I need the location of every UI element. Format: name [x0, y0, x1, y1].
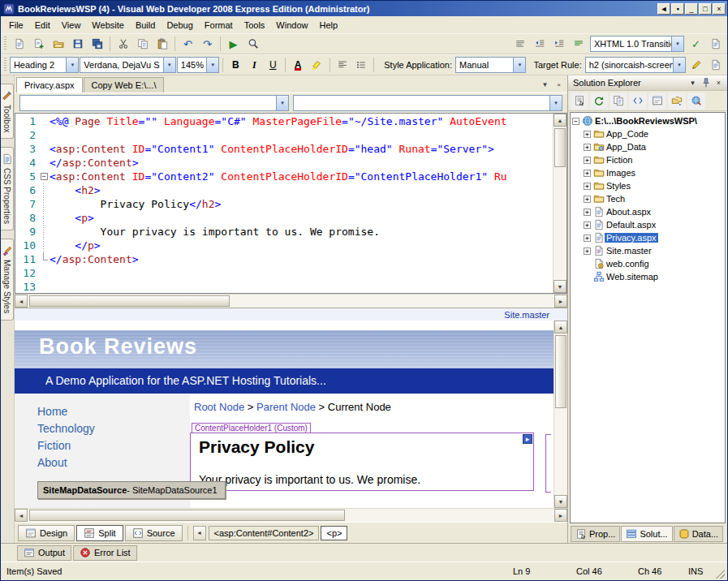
- scrollbar-thumb[interactable]: [555, 335, 566, 408]
- design-surface[interactable]: Book Reviews A Demo Application for the …: [15, 321, 554, 508]
- master-page-label[interactable]: Site.master: [504, 310, 549, 320]
- paste-button[interactable]: [153, 35, 171, 53]
- scrollbar-thumb[interactable]: [554, 128, 566, 167]
- source-code-editor[interactable]: 1<%@ Page Title="" Language="C#" MasterP…: [15, 113, 567, 294]
- bold-button[interactable]: B: [226, 56, 244, 74]
- minimize-button[interactable]: _: [685, 3, 698, 15]
- save-all-button[interactable]: [88, 35, 106, 53]
- design-nav-link-fiction[interactable]: Fiction: [15, 437, 190, 454]
- smart-tag-arrow-icon[interactable]: ▸: [523, 434, 532, 444]
- breadcrumb-link-parent-node[interactable]: Parent Node: [256, 401, 316, 413]
- cut-button[interactable]: [114, 35, 132, 53]
- expand-icon[interactable]: +: [584, 235, 591, 242]
- menu-edit[interactable]: Edit: [29, 16, 56, 33]
- expand-icon[interactable]: +: [584, 183, 591, 190]
- toolbar-grip[interactable]: [4, 58, 6, 72]
- font-combobox[interactable]: Verdana, DejaVu S ▼: [80, 57, 175, 73]
- expand-icon[interactable]: +: [584, 196, 591, 203]
- site-title[interactable]: Book Reviews: [15, 330, 554, 359]
- panel-tab-data[interactable]: Data...: [674, 526, 723, 542]
- tree-item-e-bookreviewswsp[interactable]: −E:\...\BookReviewsWSP\: [572, 114, 725, 127]
- tag-navigator-item[interactable]: <p>: [321, 526, 347, 540]
- underline-button[interactable]: U: [264, 56, 282, 74]
- tree-item-about-aspx[interactable]: +About.aspx: [572, 205, 725, 218]
- resize-grip[interactable]: [714, 568, 725, 579]
- view-designer-button[interactable]: [648, 93, 666, 110]
- design-horizontal-scrollbar[interactable]: ◄ ►: [15, 508, 567, 522]
- increase-indent-button[interactable]: [549, 35, 568, 53]
- browser-target-button[interactable]: [706, 35, 725, 53]
- open-file-button[interactable]: [49, 35, 67, 53]
- scroll-up-icon[interactable]: ▲: [554, 321, 567, 334]
- style-application-combobox[interactable]: Manual ▼: [455, 57, 526, 73]
- scrollbar-track[interactable]: [28, 295, 554, 308]
- expand-icon[interactable]: +: [584, 131, 591, 138]
- copy-web-site-button[interactable]: [668, 93, 686, 110]
- object-combobox[interactable]: ▼: [19, 95, 289, 111]
- chevron-down-icon[interactable]: ▼: [549, 96, 562, 110]
- panel-tab-solut[interactable]: Solut...: [621, 526, 672, 542]
- expand-icon[interactable]: +: [584, 222, 591, 229]
- bullet-list-button[interactable]: [352, 56, 370, 74]
- refresh-button[interactable]: [590, 93, 608, 110]
- scroll-right-icon[interactable]: ►: [554, 509, 567, 522]
- maximize-button[interactable]: □: [699, 3, 712, 15]
- chevron-down-icon[interactable]: ▼: [673, 58, 685, 72]
- scrollbar-track[interactable]: [554, 127, 566, 280]
- tag-navigator-item[interactable]: <asp:Content#Content2>: [209, 526, 320, 540]
- aspnet-configuration-button[interactable]: [687, 93, 705, 110]
- tree-item-app-data[interactable]: +App_Data: [572, 140, 725, 153]
- content-placeholder-region[interactable]: ▸ Privacy Policy Your privacy is importa…: [190, 433, 534, 491]
- properties-button[interactable]: [571, 93, 588, 110]
- design-vertical-scrollbar[interactable]: ▲ ▼: [554, 321, 567, 508]
- tab-list-dropdown-icon[interactable]: ▼: [539, 79, 551, 90]
- bottom-tab-error-list[interactable]: Error List: [73, 545, 137, 561]
- chevron-down-icon[interactable]: ▼: [513, 58, 525, 72]
- tree-item-default-aspx[interactable]: +Default.aspx: [572, 218, 725, 231]
- scrollbar-thumb[interactable]: [29, 510, 345, 521]
- title-bar[interactable]: BookReviewsWSP (4) - Visual Web Develope…: [1, 1, 727, 16]
- tag-navigator-back-icon[interactable]: ◄: [193, 526, 206, 540]
- menu-website[interactable]: Website: [86, 16, 130, 33]
- close-document-icon[interactable]: ×: [553, 79, 565, 90]
- font-size-combobox[interactable]: 145% ▼: [177, 57, 219, 73]
- font-color-button[interactable]: A: [289, 56, 307, 74]
- design-view[interactable]: Book Reviews A Demo Application for the …: [15, 321, 567, 508]
- view-code-button[interactable]: [629, 93, 647, 110]
- document-tab-privacy-aspx[interactable]: Privacy.aspx: [16, 77, 83, 93]
- solution-tree-container[interactable]: −E:\...\BookReviewsWSP\+App_Code+App_Dat…: [570, 112, 726, 523]
- code-vertical-scrollbar[interactable]: ▲ ▼: [553, 114, 566, 293]
- undo-button[interactable]: ↶: [179, 35, 197, 53]
- scroll-down-icon[interactable]: ▼: [554, 280, 566, 293]
- content-placeholder-label[interactable]: ContentPlaceHolder1 (Custom): [192, 423, 311, 433]
- doctype-combobox[interactable]: XHTML 1.0 Transitional ( ▼: [590, 36, 684, 52]
- scroll-left-icon[interactable]: ◄: [15, 295, 28, 308]
- page-body-text[interactable]: Your privacy is important to us. We prom…: [199, 473, 420, 486]
- menu-debug[interactable]: Debug: [161, 16, 198, 33]
- attach-style-sheet-button[interactable]: [706, 56, 725, 74]
- tree-item-styles[interactable]: +Styles: [572, 179, 725, 192]
- event-combobox[interactable]: ▼: [293, 95, 562, 111]
- menu-tools[interactable]: Tools: [239, 16, 271, 33]
- close-panel-icon[interactable]: ×: [713, 77, 725, 88]
- toolbar-grip[interactable]: [4, 37, 6, 51]
- decrease-indent-button[interactable]: [530, 35, 549, 53]
- align-button[interactable]: [334, 56, 351, 74]
- style-combobox[interactable]: Heading 2 ▼: [10, 57, 79, 73]
- code-lines[interactable]: 1<%@ Page Title="" Language="C#" MasterP…: [15, 114, 553, 293]
- site-subtitle-bar[interactable]: A Demo Application for the ASP.NET Hosti…: [15, 368, 554, 394]
- chevron-down-icon[interactable]: ▼: [276, 96, 288, 110]
- save-button[interactable]: [68, 35, 87, 53]
- start-debugging-button[interactable]: ▶: [224, 35, 243, 53]
- menu-file[interactable]: File: [3, 16, 29, 33]
- redo-button[interactable]: ↷: [198, 35, 217, 53]
- code-horizontal-scrollbar[interactable]: ◄ ►: [15, 294, 567, 308]
- design-split-bar[interactable]: Site.master: [15, 308, 567, 321]
- italic-button[interactable]: I: [245, 56, 263, 74]
- expand-icon[interactable]: +: [584, 209, 591, 216]
- menu-view[interactable]: View: [56, 16, 87, 33]
- scroll-left-icon[interactable]: ◄: [15, 509, 28, 522]
- scrollbar-track[interactable]: [554, 334, 567, 495]
- scroll-down-icon[interactable]: ▼: [554, 495, 567, 508]
- tree-item-privacy-aspx[interactable]: +Privacy.aspx: [572, 231, 725, 244]
